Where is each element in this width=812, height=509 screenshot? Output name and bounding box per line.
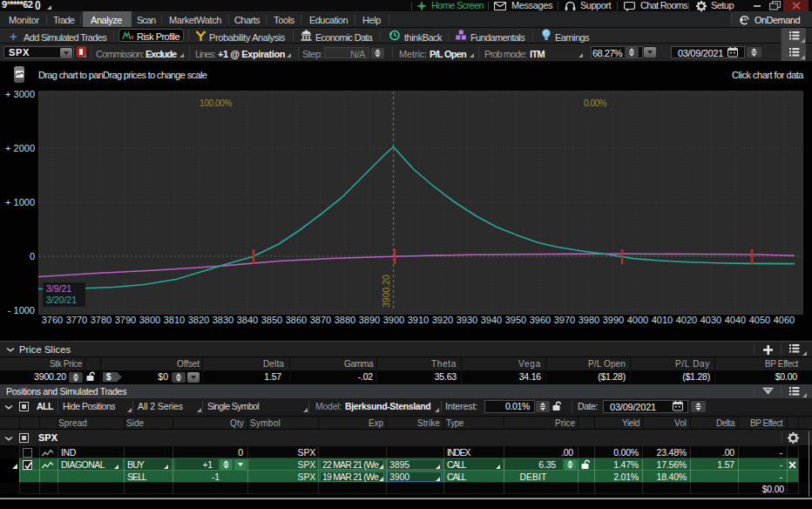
svg-text:$: $ [106,372,112,382]
